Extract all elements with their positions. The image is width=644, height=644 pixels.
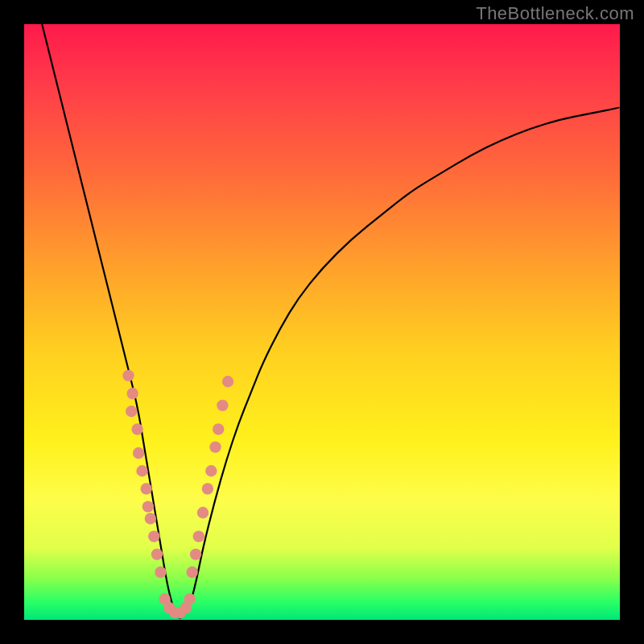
data-dot — [131, 423, 142, 435]
data-dot — [186, 567, 197, 578]
watermark-text: TheBottleneck.com — [476, 3, 634, 24]
data-dot — [126, 406, 137, 417]
data-dot — [190, 548, 201, 559]
chart-plot-area — [24, 24, 620, 620]
data-dot — [202, 483, 213, 494]
data-dot — [222, 376, 233, 387]
data-dot — [209, 441, 221, 452]
data-dot — [184, 593, 196, 605]
data-dot — [155, 567, 166, 578]
data-dot — [136, 465, 147, 477]
data-dot — [213, 423, 224, 435]
data-dot — [151, 548, 163, 559]
chart-svg — [24, 24, 620, 620]
data-dot — [142, 501, 154, 512]
data-dot — [126, 388, 138, 399]
data-dot — [133, 448, 144, 459]
data-dot — [145, 513, 156, 524]
data-dot — [122, 369, 134, 381]
data-dot — [148, 530, 159, 542]
data-dot — [141, 483, 152, 494]
data-dot — [205, 465, 217, 477]
data-dot — [217, 399, 228, 411]
data-dot — [193, 530, 204, 542]
data-dot — [197, 507, 208, 518]
bottleneck-curve — [42, 24, 620, 618]
